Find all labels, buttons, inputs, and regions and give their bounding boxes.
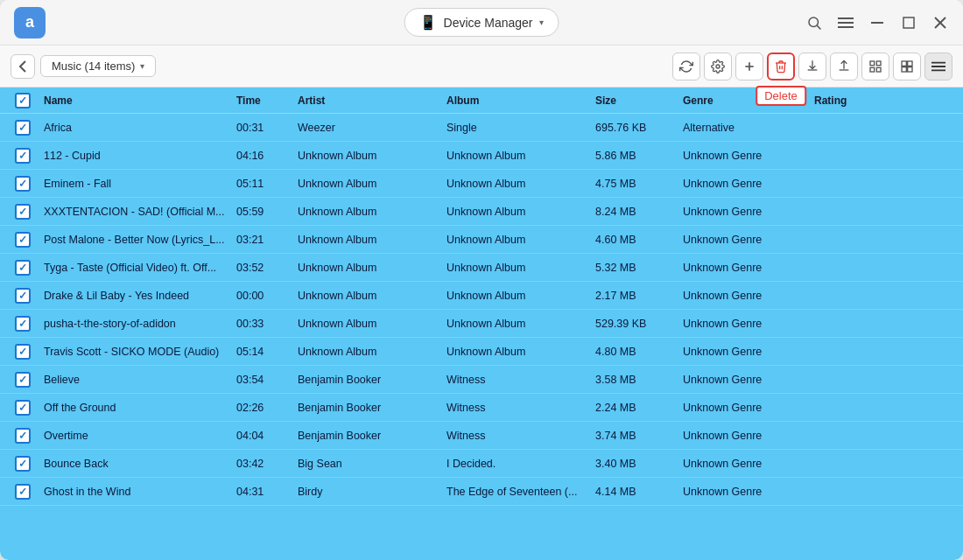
close-button[interactable] xyxy=(931,14,949,32)
album-column-header: Album xyxy=(441,94,590,107)
search-icon[interactable] xyxy=(805,14,823,32)
row-genre-13: Unknown Genre xyxy=(678,486,809,498)
table-row[interactable]: Bounce Back 03:42 Big Sean I Decided. 3.… xyxy=(0,450,963,478)
row-artist-10: Benjamin Booker xyxy=(292,402,441,414)
row-artist-8: Unknown Album xyxy=(292,346,441,358)
table-row[interactable]: pusha-t-the-story-of-adidon 00:33 Unknow… xyxy=(0,310,963,338)
row-album-4: Unknown Album xyxy=(441,234,590,246)
row-time-0: 00:31 xyxy=(231,122,292,134)
row-artist-9: Benjamin Booker xyxy=(292,374,441,386)
row-name-1: 112 - Cupid xyxy=(39,150,231,162)
row-time-6: 00:00 xyxy=(231,290,292,302)
row-genre-8: Unknown Genre xyxy=(678,346,809,358)
back-button[interactable] xyxy=(11,54,35,79)
row-name-0: Africa xyxy=(39,122,231,134)
row-checkbox-7[interactable] xyxy=(7,316,39,332)
svg-rect-17 xyxy=(908,61,912,66)
minimize-button[interactable] xyxy=(868,14,886,32)
music-table: Name Time Artist Album Size Genre Rating… xyxy=(0,88,963,560)
maximize-button[interactable] xyxy=(900,14,917,32)
table-row[interactable]: Off the Ground 02:26 Benjamin Booker Wit… xyxy=(0,394,963,422)
row-checkbox-1[interactable] xyxy=(7,148,39,164)
svg-rect-18 xyxy=(902,66,906,71)
table-row[interactable]: Overtime 04:04 Benjamin Booker Witness 3… xyxy=(0,422,963,450)
row-size-3: 8.24 MB xyxy=(590,206,678,218)
row-album-6: Unknown Album xyxy=(441,290,590,302)
table-row[interactable]: XXXTENTACION - SAD! (Official M... 05:59… xyxy=(0,198,963,226)
row-genre-2: Unknown Genre xyxy=(678,178,809,190)
svg-point-9 xyxy=(716,65,720,68)
row-album-3: Unknown Album xyxy=(441,206,590,218)
row-album-8: Unknown Album xyxy=(441,346,590,358)
music-category-dropdown[interactable]: Music (14 items) ▾ xyxy=(40,55,156,77)
row-time-11: 04:04 xyxy=(231,430,292,442)
rating-column-header: Rating xyxy=(809,94,956,107)
time-column-header: Time xyxy=(231,94,292,107)
row-genre-6: Unknown Genre xyxy=(678,290,809,302)
app-window: a 📱 Device Manager ▾ xyxy=(0,0,963,560)
svg-point-0 xyxy=(809,18,819,27)
table-row[interactable]: Ghost in the Wind 04:31 Birdy The Edge o… xyxy=(0,478,963,506)
table-row[interactable]: Believe 03:54 Benjamin Booker Witness 3.… xyxy=(0,366,963,394)
device-manager-button[interactable]: 📱 Device Manager ▾ xyxy=(404,8,559,37)
row-artist-4: Unknown Album xyxy=(292,234,441,246)
list-view-button[interactable] xyxy=(924,52,952,80)
row-size-5: 5.32 MB xyxy=(590,262,678,274)
row-name-10: Off the Ground xyxy=(39,402,231,414)
table-header-row: Name Time Artist Album Size Genre Rating xyxy=(0,88,963,114)
table-row[interactable]: Eminem - Fall 05:11 Unknown Album Unknow… xyxy=(0,170,963,198)
table-row[interactable]: Post Malone - Better Now (Lyrics_L... 03… xyxy=(0,226,963,254)
row-checkbox-2[interactable] xyxy=(7,176,39,192)
table-row[interactable]: Drake & Lil Baby - Yes Indeed 00:00 Unkn… xyxy=(0,282,963,310)
export-button[interactable] xyxy=(830,52,858,80)
import-button[interactable] xyxy=(798,52,826,80)
row-artist-5: Unknown Album xyxy=(292,262,441,274)
table-row[interactable]: Tyga - Taste (Official Video) ft. Off...… xyxy=(0,254,963,282)
row-checkbox-11[interactable] xyxy=(7,428,39,444)
select-all-checkbox[interactable] xyxy=(7,93,39,108)
delete-button[interactable]: Delete xyxy=(767,52,795,80)
grid-view-button[interactable] xyxy=(893,52,921,80)
row-album-7: Unknown Album xyxy=(441,318,590,330)
row-time-5: 03:52 xyxy=(231,262,292,274)
toolbar: Music (14 items) ▾ xyxy=(0,46,963,88)
row-size-4: 4.60 MB xyxy=(590,234,678,246)
svg-rect-19 xyxy=(908,66,912,71)
row-checkbox-5[interactable] xyxy=(7,260,39,276)
table-row[interactable]: Travis Scott - SICKO MODE (Audio) 05:14 … xyxy=(0,338,963,366)
name-column-header: Name xyxy=(39,94,231,107)
settings-button[interactable] xyxy=(704,52,732,80)
table-row[interactable]: 112 - Cupid 04:16 Unknown Album Unknown … xyxy=(0,142,963,170)
menu-icon[interactable] xyxy=(837,14,854,32)
row-name-12: Bounce Back xyxy=(39,458,231,470)
refresh-button[interactable] xyxy=(672,52,700,80)
row-genre-9: Unknown Genre xyxy=(678,374,809,386)
row-size-0: 695.76 KB xyxy=(590,122,678,134)
row-size-13: 4.14 MB xyxy=(590,486,678,498)
row-checkbox-10[interactable] xyxy=(7,400,39,416)
row-checkbox-0[interactable] xyxy=(7,120,39,136)
download-manager-button[interactable] xyxy=(861,52,889,80)
row-time-8: 05:14 xyxy=(231,346,292,358)
add-button[interactable] xyxy=(735,52,763,80)
row-checkbox-9[interactable] xyxy=(7,372,39,388)
row-checkbox-4[interactable] xyxy=(7,232,39,248)
row-checkbox-3[interactable] xyxy=(7,204,39,220)
title-bar: a 📱 Device Manager ▾ xyxy=(0,0,963,46)
row-name-8: Travis Scott - SICKO MODE (Audio) xyxy=(39,346,231,358)
row-album-2: Unknown Album xyxy=(441,178,590,190)
row-artist-12: Big Sean xyxy=(292,458,441,470)
row-size-1: 5.86 MB xyxy=(590,150,678,162)
table-body: Africa 00:31 Weezer Single 695.76 KB Alt… xyxy=(0,114,963,560)
row-checkbox-13[interactable] xyxy=(7,484,39,500)
table-row[interactable]: Africa 00:31 Weezer Single 695.76 KB Alt… xyxy=(0,114,963,142)
row-artist-13: Birdy xyxy=(292,486,441,498)
row-name-6: Drake & Lil Baby - Yes Indeed xyxy=(39,290,231,302)
row-genre-0: Alternative xyxy=(678,122,809,134)
row-checkbox-8[interactable] xyxy=(7,344,39,360)
row-name-13: Ghost in the Wind xyxy=(39,486,231,498)
row-artist-1: Unknown Album xyxy=(292,150,441,162)
row-artist-3: Unknown Album xyxy=(292,206,441,218)
row-checkbox-12[interactable] xyxy=(7,456,39,472)
row-checkbox-6[interactable] xyxy=(7,288,39,304)
